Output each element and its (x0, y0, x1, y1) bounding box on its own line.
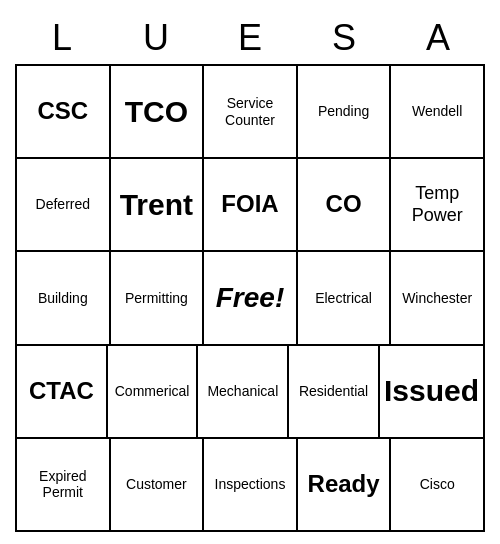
header-row: L U E S A (15, 12, 485, 64)
header-s: S (297, 12, 391, 64)
cell-4-4[interactable]: Residential (289, 346, 380, 439)
cell-5-3[interactable]: Inspections (204, 439, 298, 532)
bingo-grid: CSC TCO Service Counter Pending Wendell … (15, 64, 485, 532)
header-a: A (391, 12, 485, 64)
cell-2-5[interactable]: Temp Power (391, 159, 485, 252)
cell-4-3[interactable]: Mechanical (198, 346, 289, 439)
cell-4-5[interactable]: Issued (380, 346, 485, 439)
header-u: U (109, 12, 203, 64)
header-e: E (203, 12, 297, 64)
cell-5-1[interactable]: Expired Permit (17, 439, 111, 532)
cell-3-2[interactable]: Permitting (111, 252, 205, 345)
grid-row-1: CSC TCO Service Counter Pending Wendell (17, 66, 485, 159)
cell-1-1[interactable]: CSC (17, 66, 111, 159)
cell-1-3[interactable]: Service Counter (204, 66, 298, 159)
cell-3-3-free[interactable]: Free! (204, 252, 298, 345)
cell-1-2[interactable]: TCO (111, 66, 205, 159)
header-l: L (15, 12, 109, 64)
cell-4-2[interactable]: Commerical (108, 346, 199, 439)
cell-2-2[interactable]: Trent (111, 159, 205, 252)
cell-3-4[interactable]: Electrical (298, 252, 392, 345)
cell-5-5[interactable]: Cisco (391, 439, 485, 532)
grid-row-4: CTAC Commerical Mechanical Residential I… (17, 346, 485, 439)
grid-row-3: Building Permitting Free! Electrical Win… (17, 252, 485, 345)
cell-1-5[interactable]: Wendell (391, 66, 485, 159)
grid-row-2: Deferred Trent FOIA CO Temp Power (17, 159, 485, 252)
grid-row-5: Expired Permit Customer Inspections Read… (17, 439, 485, 532)
cell-5-4[interactable]: Ready (298, 439, 392, 532)
cell-1-4[interactable]: Pending (298, 66, 392, 159)
cell-5-2[interactable]: Customer (111, 439, 205, 532)
cell-3-5[interactable]: Winchester (391, 252, 485, 345)
bingo-card: L U E S A CSC TCO Service Counter Pendin… (15, 12, 485, 532)
cell-2-1[interactable]: Deferred (17, 159, 111, 252)
cell-3-1[interactable]: Building (17, 252, 111, 345)
cell-2-3[interactable]: FOIA (204, 159, 298, 252)
cell-2-4[interactable]: CO (298, 159, 392, 252)
cell-4-1[interactable]: CTAC (17, 346, 108, 439)
